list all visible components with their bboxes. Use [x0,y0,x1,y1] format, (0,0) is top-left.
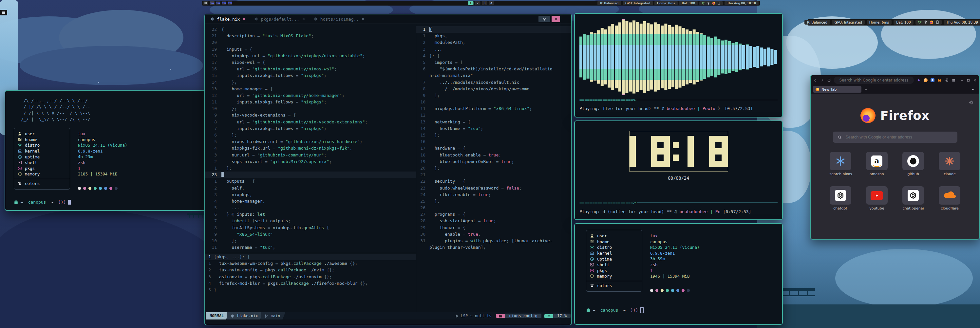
shield-icon [931,79,934,81]
close-tab-icon[interactable] [242,17,246,21]
shortcut-chatgpt[interactable]: chatgpt [830,186,851,211]
clock-terminal-window[interactable]: 08/08/24 =====================> Playing:… [574,120,783,220]
shortcut-youtube[interactable]: youtube [866,186,888,211]
branch-segment[interactable]: main [261,312,285,320]
extension-icon[interactable] [924,78,928,82]
git-branch-icon [265,314,268,318]
code-line: 4 nixpkgs-f2k.url = "github:moni-dz/nixp… [205,145,416,152]
file-segment[interactable]: flake.nix [227,312,263,320]
code-line: 17 nixos-wsl = { [205,59,416,66]
editor-pane-iso[interactable]: 1{1 pkgs,2 modulesPath,3 ...4}: {5 impor… [416,24,571,251]
refresh-button[interactable] [827,78,831,82]
extension-icon[interactable] [917,78,921,82]
editor-pane-flake[interactable]: 22{21 description = "tux's NixOS Flake";… [205,24,416,251]
sidebar-icon[interactable] [945,78,948,82]
shortcut-claude[interactable]: claude [939,152,960,176]
close-button[interactable] [973,79,977,82]
fetch-value: 2185 | 15394 MiB [78,171,127,177]
split-divider[interactable] [205,253,416,253]
bt-icon[interactable] [924,20,928,24]
nix-icon [314,17,318,21]
clock-pill[interactable]: Thu Aug 08, 18:39 [943,20,980,25]
editor-window[interactable]: flake.nixpkgs/default...hosts/isoImag.. … [204,14,572,325]
metamask-icon[interactable] [937,78,942,82]
editor-tab[interactable]: pkgs/default... [254,17,305,22]
code-line: 25 }; [416,198,571,204]
status-pill[interactable]: P: Balanced [805,20,830,25]
desktop: $W$W$W$W 1234 P: BalancedGPU: Integrated… [0,0,980,328]
new-tab-button[interactable] [864,87,868,91]
workspace-button-4[interactable]: 4 [489,1,494,5]
project-segment[interactable]: nixos-config [505,314,541,318]
back-button[interactable] [813,78,817,82]
tag-button[interactable]: $W [210,1,215,5]
code-line: 10 ]; [205,238,416,244]
tag-button[interactable]: $W [222,1,226,5]
maximize-button[interactable] [967,79,970,82]
close-tab-icon[interactable] [361,17,364,21]
color-dot [682,289,684,292]
close-tab-icon[interactable] [302,17,305,21]
firefox-icon[interactable] [712,2,715,5]
tab-list-button[interactable] [971,87,975,91]
settings-gear-icon[interactable] [969,100,974,105]
workspace-button-1[interactable]: 1 [468,1,473,5]
wifi-icon[interactable] [702,2,705,5]
system-tray [915,20,942,25]
shortcut-github[interactable]: github [902,152,924,176]
status-pill[interactable]: Home: 6ms [867,20,892,25]
tag-button[interactable]: $W [228,1,232,5]
minimize-button[interactable] [960,79,964,82]
shortcut-label: github [908,172,919,176]
workspace-button-3[interactable]: 3 [482,1,487,5]
code-line: 1 }; [205,165,416,171]
cava-terminal-window[interactable]: =====================> Playing: ffee for… [574,13,783,117]
shortcut-amazon[interactable]: aamazon [866,152,888,176]
editor-pane-pkgs[interactable]: 1{pkgs, ...}: {1 tux-awesome-wm-config =… [205,254,416,293]
phone-icon[interactable] [718,2,721,5]
fetch-terminal-window[interactable]: userhnamedistrokerneluptimeshellpkgsmemo… [574,223,783,325]
shortcut-cloudflare[interactable]: cloudflare [939,186,960,211]
tag-button[interactable]: $W [216,1,220,5]
left-terminal-window[interactable]: /\ /--,_ ,--/ /--\ \ /--/ / |/ /\ \ \ / … [5,90,226,211]
firefox-window[interactable]: New Tab Firefox search.nixosaamazongithu… [810,74,980,239]
tab-new-tab[interactable]: New Tab [813,86,861,93]
wifi-icon[interactable] [918,20,922,24]
firefox-icon[interactable] [929,20,934,24]
code-line: 2 tux-nvim-config = pkgs.callPackage ./n… [205,267,416,273]
menu-button[interactable] [951,78,956,82]
layout-button[interactable] [204,1,208,5]
editor-tab[interactable]: flake.nix [210,17,246,22]
search-input[interactable] [845,135,953,140]
status-pill[interactable]: P: Balanced [597,1,621,5]
status-pill[interactable]: Bat: 100 [894,20,913,25]
status-pill[interactable]: Home: 8ms [654,1,678,5]
editor-tab[interactable]: hosts/isoImag.. [314,17,364,22]
code-line: 1{pkgs, ...}: { [205,254,416,260]
clock-date: 08/08/24 [575,176,782,181]
close-window-button[interactable] [552,16,560,22]
workspace-button-2[interactable]: 2 [475,1,480,5]
bt-icon[interactable] [707,2,710,5]
password-extension-icon[interactable] [931,78,934,82]
scroll-percent: 17 % [553,314,571,318]
shell-prompt[interactable]: → canopus ~ ))) [14,200,71,204]
status-pill[interactable]: GPU: Integrated [832,20,865,25]
status-pill[interactable]: Bat: 100 [679,1,698,5]
search-box[interactable] [833,132,958,143]
shell-prompt[interactable]: → canopus ~ ))) [586,307,644,313]
clock-pill[interactable]: Thu Aug 08, 18:18 [724,1,759,5]
url-bar[interactable] [834,77,914,84]
shortcut-label: search.nixos [830,172,852,176]
bar-fragment[interactable] [0,10,7,15]
fetch-value: NixOS 24.11 (Vicuna) [650,244,700,250]
shortcut-chat.openai[interactable]: chat.openai [902,186,924,211]
phone-icon[interactable] [935,20,939,24]
status-pill[interactable]: GPU: Integrated [623,1,653,5]
shortcut-search.nixos[interactable]: search.nixos [830,152,851,176]
code-line: 17 hardware = { [416,145,571,152]
toggle-button[interactable] [538,16,550,22]
grid-icon [2,11,5,14]
forward-button[interactable] [820,78,824,82]
fetch-label: user [25,131,35,136]
